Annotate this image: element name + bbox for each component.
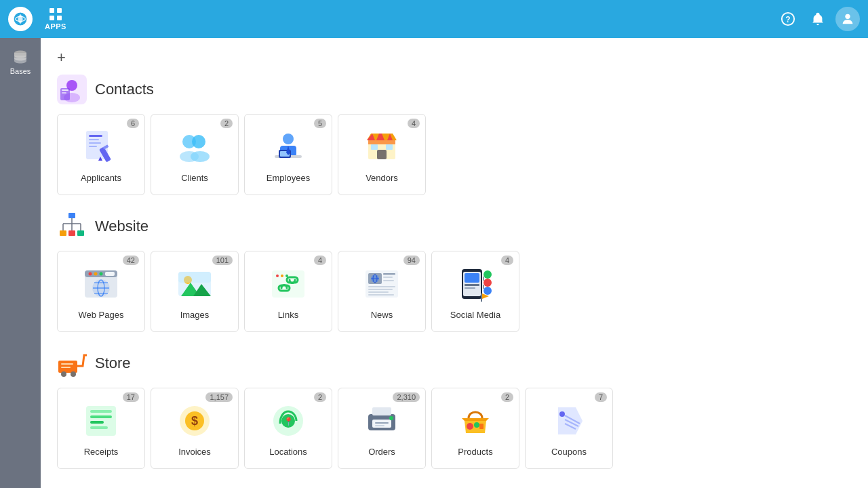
- app-card-social-media[interactable]: 4: [431, 251, 519, 332]
- svg-rect-83: [368, 289, 393, 290]
- applicants-label: Applicants: [81, 173, 121, 183]
- contacts-grid: 6: [57, 114, 852, 195]
- employees-label: Employees: [267, 173, 310, 183]
- notifications-button[interactable]: [806, 7, 830, 31]
- logo[interactable]: [8, 7, 33, 31]
- store-2-label: Invoices: [178, 447, 211, 457]
- svg-rect-102: [61, 367, 71, 368]
- links-label: Links: [278, 310, 298, 320]
- app-card-vendors[interactable]: 4: [338, 114, 426, 195]
- svg-point-119: [389, 416, 393, 420]
- web-pages-badge: 42: [123, 256, 139, 265]
- svg-text:?: ?: [785, 15, 790, 24]
- store-1-badge: 17: [123, 392, 139, 402]
- user-avatar[interactable]: [835, 7, 860, 31]
- app-card-news[interactable]: 94: [338, 251, 426, 332]
- svg-point-28: [283, 134, 294, 144]
- contacts-icon: [57, 75, 87, 104]
- app-card-images[interactable]: 101 Images: [151, 251, 239, 332]
- store-grid: 17 Receipts 1,157: [57, 388, 852, 469]
- svg-rect-15: [62, 92, 66, 94]
- sidebar-item-bases[interactable]: Bases: [0, 43, 41, 81]
- app-card-store-3[interactable]: 2 📍 Locations: [244, 388, 332, 469]
- app-card-store-6[interactable]: 7 Coupons: [525, 388, 613, 469]
- svg-rect-106: [90, 421, 104, 424]
- svg-rect-40: [371, 144, 378, 150]
- app-card-store-2[interactable]: 1,157 $ Invoices: [151, 388, 239, 469]
- section-website: Website 42: [57, 211, 852, 332]
- news-icon: [361, 264, 402, 304]
- svg-rect-81: [383, 280, 394, 281]
- sidebar: Bases: [0, 38, 41, 488]
- svg-rect-46: [77, 230, 84, 236]
- store-3-icon: 📍: [268, 401, 309, 441]
- clients-badge: 2: [220, 119, 233, 128]
- app-card-store-5[interactable]: 2 Produ: [431, 388, 519, 469]
- svg-rect-39: [377, 150, 387, 159]
- svg-point-100: [71, 371, 76, 377]
- vendors-icon: [361, 127, 402, 167]
- section-contacts: Contacts 6: [57, 75, 852, 195]
- svg-rect-104: [90, 410, 112, 413]
- main-content: + Contacts: [41, 38, 868, 488]
- svg-text:$: $: [191, 414, 198, 428]
- website-grid: 42: [57, 251, 852, 332]
- store-4-label: Orders: [368, 447, 395, 457]
- clients-label: Clients: [181, 173, 208, 183]
- app-card-employees[interactable]: 5: [244, 114, 332, 195]
- svg-rect-41: [386, 144, 393, 150]
- employees-badge: 5: [314, 119, 326, 128]
- svg-point-91: [484, 270, 492, 279]
- svg-rect-101: [61, 363, 73, 365]
- svg-point-123: [559, 411, 565, 417]
- app-card-applicants[interactable]: 6: [57, 114, 145, 195]
- store-5-badge: 2: [501, 392, 513, 402]
- app-card-store-4[interactable]: 2,310 Orders: [338, 388, 426, 469]
- svg-point-120: [467, 423, 473, 430]
- store-icon: [57, 348, 87, 378]
- news-label: News: [371, 310, 393, 320]
- svg-rect-122: [479, 424, 484, 429]
- svg-rect-107: [90, 426, 108, 429]
- svg-rect-17: [89, 135, 102, 137]
- svg-point-69: [276, 274, 279, 277]
- section-contacts-header: Contacts: [57, 75, 852, 104]
- app-card-links[interactable]: 4: [244, 251, 332, 332]
- store-2-badge: 1,157: [205, 392, 233, 402]
- links-icon: [268, 264, 309, 304]
- svg-point-27: [191, 151, 210, 162]
- svg-rect-14: [62, 89, 68, 91]
- svg-point-25: [192, 135, 205, 148]
- svg-point-92: [484, 279, 492, 287]
- apps-nav[interactable]: APPS: [38, 5, 73, 33]
- web-pages-label: Web Pages: [79, 310, 124, 320]
- section-website-header: Website: [57, 211, 852, 241]
- svg-point-99: [61, 371, 66, 377]
- app-card-clients[interactable]: 2 Clients: [151, 114, 239, 195]
- help-button[interactable]: ?: [776, 7, 800, 31]
- applicants-badge: 6: [127, 119, 139, 128]
- social-media-icon: [455, 264, 496, 304]
- svg-rect-20: [89, 146, 97, 147]
- apps-label: APPS: [45, 22, 66, 30]
- svg-rect-2: [50, 8, 54, 13]
- svg-rect-82: [368, 286, 395, 287]
- app-card-web-pages[interactable]: 42: [57, 251, 145, 332]
- section-store: Store 17 Receipts: [57, 348, 852, 469]
- contacts-title: Contacts: [95, 81, 154, 98]
- applicants-icon: [81, 127, 121, 167]
- svg-rect-89: [465, 284, 479, 286]
- news-badge: 94: [403, 256, 420, 265]
- svg-rect-44: [60, 230, 66, 236]
- sidebar-bases-label: Bases: [10, 67, 31, 75]
- svg-rect-79: [383, 273, 395, 275]
- svg-rect-19: [89, 142, 101, 144]
- store-4-badge: 2,310: [393, 392, 420, 402]
- svg-rect-57: [105, 272, 115, 276]
- svg-rect-90: [465, 287, 475, 289]
- app-card-store-1[interactable]: 17 Receipts: [57, 388, 145, 469]
- store-2-icon: $: [174, 401, 215, 441]
- add-button[interactable]: +: [57, 49, 66, 75]
- svg-rect-80: [383, 277, 393, 278]
- store-5-label: Products: [458, 447, 492, 457]
